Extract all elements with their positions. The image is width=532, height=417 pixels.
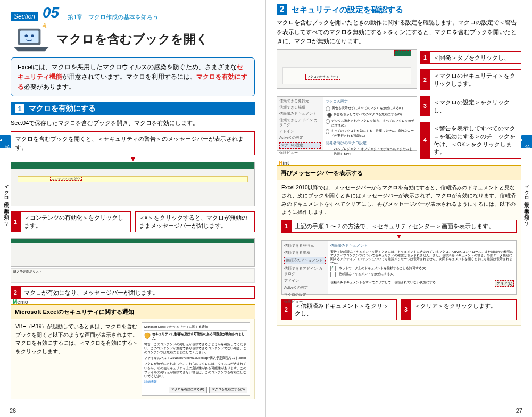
ribbon-screenshot: マクロのセキュリティ bbox=[277, 49, 417, 89]
hint-text: Excel 2010以降では、メッセージバーからマクロを有効にすると、信頼済みの… bbox=[281, 184, 517, 216]
section-tag: Section bbox=[11, 12, 38, 21]
trust-center-screenshot-2: 信頼できる発行元 信頼できる場所 信頼済みドキュメント 信頼できるアドイン カタ… bbox=[281, 240, 517, 295]
right-step-3: 3＜マクロの設定＞をクリックし、 bbox=[420, 96, 521, 116]
step-2: 2マクロが有効になり、メッセージバーが閉じます。 bbox=[11, 286, 255, 299]
intro-callout: Excelには、マクロを悪用したマクロウィルスの感染を防ぐため、さまざまなセキュ… bbox=[11, 57, 255, 96]
trust-center-screenshot-1: 信頼できる発行元 信頼できる場所 信頼済みドキュメント 信頼できるアドイン カタ… bbox=[277, 96, 417, 151]
section-number: 05 bbox=[43, 4, 59, 21]
svg-marker-4 bbox=[14, 47, 49, 51]
excel-screenshot-2 bbox=[11, 238, 255, 267]
disable-macro-button[interactable]: マクロを無効にする(D) bbox=[209, 387, 247, 393]
svg-point-2 bbox=[24, 34, 28, 37]
arrow-down-icon bbox=[397, 235, 401, 238]
laptop-character-icon bbox=[11, 23, 52, 54]
shield-warning-icon bbox=[144, 332, 151, 339]
memo-title: Microsoft Excelのセキュリティに関する通知 bbox=[11, 304, 255, 319]
page-number-left: 26 bbox=[10, 407, 16, 414]
sheet-tab-area: 購入予定商品リスト bbox=[11, 268, 255, 283]
section-header: Section 05 第1章 マクロ作成の基本を知ろう bbox=[11, 0, 255, 21]
security-dialog: Microsoft Excel のセキュリティに関する通知 セキュリティに影響を… bbox=[142, 322, 250, 395]
step-x-note: ＜×＞をクリックすると、マクロが無効のままメッセージバーが閉じます。 bbox=[135, 211, 255, 232]
excel-screenshot-1: コンテンツの有効化 bbox=[11, 162, 255, 206]
right-step-2: 2＜マクロのセキュリティ＞をクリックします。 bbox=[420, 69, 521, 90]
arrow-down-icon bbox=[131, 157, 135, 161]
right-step-4: 4＜警告を表示してすべてのマクロを無効にする＞のチェックを付け、＜OK＞をクリッ… bbox=[420, 122, 521, 159]
heading-2: 2セキュリティの設定を確認する bbox=[277, 4, 521, 15]
page-number-right: 27 bbox=[516, 407, 522, 414]
sub-callout: マクロを含むブックを開くと、＜セキュリティの警告＞のメッセージバーが表示されます… bbox=[11, 131, 255, 156]
heading-1: 1マクロを有効にする bbox=[11, 102, 255, 115]
body-text-2: マクロを含むブックを開いたときの動作に関する設定を確認します。マクロの設定で＜警… bbox=[277, 18, 521, 46]
hint-title: 再びメッセージバーを表示する bbox=[277, 165, 521, 180]
hint-step-1: 1上記の手順 1 〜 2 の方法で、＜セキュリティセンター＞画面を表示します。 bbox=[281, 220, 517, 233]
hint-step-3: 3＜クリア＞をクリックします。 bbox=[401, 299, 517, 320]
page-title: マクロを含むブックを開く bbox=[56, 31, 209, 47]
chapter-subtitle: 第1章 マクロ作成の基本を知ろう bbox=[68, 13, 159, 21]
memo-box: Memo Microsoft Excelのセキュリティに関する通知 VBE（P.… bbox=[11, 304, 255, 399]
hint-box: Hint 再びメッセージバーを表示する Excel 2010以降では、メッセージ… bbox=[277, 165, 521, 326]
page-left: Section 05 第1章 マクロ作成の基本を知ろう マクロを含むブックを開く… bbox=[0, 0, 266, 417]
enable-macro-button[interactable]: マクロを有効にする(E) bbox=[169, 387, 207, 393]
right-step-1: 1＜開発＞タブをクリックし、 bbox=[420, 51, 521, 64]
body-text: Sec.04で保存したマクロを含むブックを開き、マクロを有効にします。 bbox=[11, 119, 255, 128]
book-spread: 第1章 マクロ作成の基本を知ろう 第1章 マクロ作成の基本を知ろう Sectio… bbox=[0, 0, 532, 417]
step-1: 1＜コンテンツの有効化＞をクリックします。 bbox=[11, 211, 131, 232]
svg-point-3 bbox=[31, 34, 34, 37]
memo-text: VBE（P.19）が起動しているときは、マクロを含むブックを開くと以下のような画… bbox=[15, 322, 138, 395]
clear-button[interactable]: クリア(C) bbox=[495, 280, 514, 287]
page-right: 2セキュリティの設定を確認する マクロを含むブックを開いたときの動作に関する設定… bbox=[266, 0, 532, 417]
